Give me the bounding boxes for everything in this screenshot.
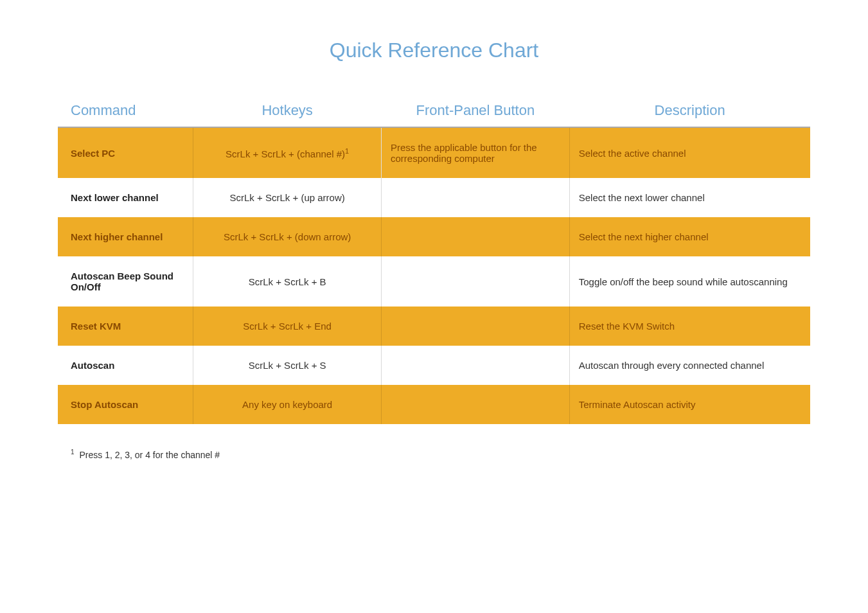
page-title: Quick Reference Chart (58, 39, 810, 62)
table-header-row: Command Hotkeys Front-Panel Button Descr… (58, 94, 810, 127)
table-row: Select PC ScrLk + ScrLk + (channel #)1 P… (58, 127, 810, 178)
table-row: Next higher channel ScrLk + ScrLk + (dow… (58, 217, 810, 256)
cell-front-panel (382, 385, 570, 424)
table-row: Autoscan ScrLk + ScrLk + S Autoscan thro… (58, 346, 810, 385)
cell-command: Next lower channel (58, 178, 193, 217)
cell-description: Select the active channel (569, 127, 810, 178)
hotkey-text: ScrLk + ScrLk + (channel #) (226, 148, 345, 159)
header-front-panel: Front-Panel Button (382, 94, 570, 127)
cell-command: Autoscan Beep Sound On/Off (58, 256, 193, 306)
cell-hotkeys: ScrLk + ScrLk + (up arrow) (193, 178, 382, 217)
table-row: Reset KVM ScrLk + ScrLk + End Reset the … (58, 306, 810, 346)
cell-hotkeys: ScrLk + ScrLk + S (193, 346, 382, 385)
cell-description: Reset the KVM Switch (569, 306, 810, 346)
table-row: Autoscan Beep Sound On/Off ScrLk + ScrLk… (58, 256, 810, 306)
cell-description: Terminate Autoscan activity (569, 385, 810, 424)
table-row: Stop Autoscan Any key on keyboard Termin… (58, 385, 810, 424)
cell-front-panel: Press the applicable button for the corr… (382, 127, 570, 178)
header-hotkeys: Hotkeys (193, 94, 382, 127)
cell-front-panel (382, 306, 570, 346)
cell-command: Autoscan (58, 346, 193, 385)
cell-front-panel (382, 217, 570, 256)
footnote: 1 Press 1, 2, 3, or 4 for the channel # (58, 449, 810, 460)
cell-description: Autoscan through every connected channel (569, 346, 810, 385)
footnote-text: Press 1, 2, 3, or 4 for the channel # (79, 450, 220, 460)
cell-hotkeys: ScrLk + ScrLk + End (193, 306, 382, 346)
cell-front-panel (382, 178, 570, 217)
cell-command: Reset KVM (58, 306, 193, 346)
cell-description: Select the next higher channel (569, 217, 810, 256)
header-description: Description (569, 94, 810, 127)
cell-hotkeys: ScrLk + ScrLk + B (193, 256, 382, 306)
cell-description: Toggle on/off the beep sound while autos… (569, 256, 810, 306)
footnote-number: 1 (71, 449, 75, 456)
cell-front-panel (382, 256, 570, 306)
reference-table: Command Hotkeys Front-Panel Button Descr… (58, 94, 810, 424)
cell-hotkeys: ScrLk + ScrLk + (down arrow) (193, 217, 382, 256)
cell-command: Stop Autoscan (58, 385, 193, 424)
table-row: Next lower channel ScrLk + ScrLk + (up a… (58, 178, 810, 217)
footnote-marker: 1 (345, 147, 349, 155)
cell-command: Next higher channel (58, 217, 193, 256)
cell-description: Select the next lower channel (569, 178, 810, 217)
cell-hotkeys: Any key on keyboard (193, 385, 382, 424)
cell-command: Select PC (58, 127, 193, 178)
header-command: Command (58, 94, 193, 127)
cell-hotkeys: ScrLk + ScrLk + (channel #)1 (193, 127, 382, 178)
table-body: Select PC ScrLk + ScrLk + (channel #)1 P… (58, 127, 810, 424)
cell-front-panel (382, 346, 570, 385)
